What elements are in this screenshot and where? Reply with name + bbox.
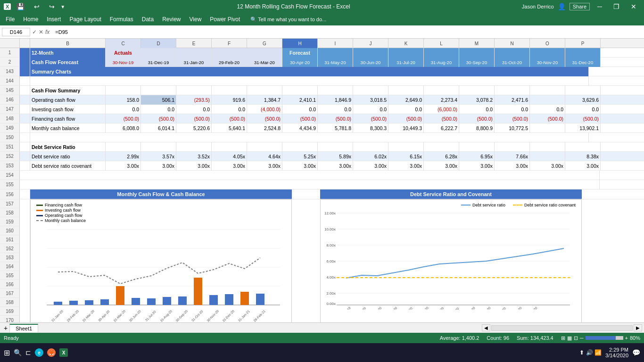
cell-2-g[interactable]: 31-Mar-20 — [247, 58, 282, 67]
cell-152-j[interactable]: 6.02x — [353, 152, 388, 161]
cell-150-b[interactable] — [30, 133, 589, 142]
cell-151-h[interactable] — [282, 142, 318, 152]
page-view-icon[interactable]: ▦ — [567, 335, 572, 341]
cell-145-a[interactable] — [20, 86, 30, 95]
cell-153-l[interactable]: 3.00x — [424, 161, 459, 171]
cell-146-e[interactable]: (293.5) — [176, 95, 212, 105]
cell-147-a[interactable] — [20, 105, 30, 114]
cell-148-k[interactable]: (500.0) — [388, 114, 424, 123]
edge-browser-button[interactable]: e — [35, 348, 43, 357]
cell-1-c[interactable]: Actuals — [106, 48, 141, 58]
cell-1-o[interactable] — [530, 48, 565, 58]
cell-149-a[interactable] — [20, 123, 30, 133]
tell-me-input[interactable]: Tell me what you want to do... — [258, 16, 326, 22]
excel-taskbar-button[interactable]: X — [59, 348, 68, 357]
cell-148-b[interactable]: Financing cash flow — [30, 114, 106, 123]
cell-147-i[interactable]: 0.0 — [318, 105, 353, 114]
cell-152-k[interactable]: 6.15x — [388, 152, 424, 161]
cell-149-c[interactable]: 6,008.0 — [106, 123, 141, 133]
cell-150-a[interactable] — [20, 133, 30, 142]
cell-151-j[interactable] — [353, 142, 388, 152]
cell-145-g[interactable] — [247, 86, 282, 95]
cell-152-c[interactable]: 2.99x — [106, 152, 141, 161]
cell-153-g[interactable]: 3.00x — [247, 161, 282, 171]
cell-153-a[interactable] — [20, 161, 30, 171]
cell-148-p[interactable]: (500.0) — [565, 114, 601, 123]
cell-145-d[interactable] — [141, 86, 176, 95]
cell-145-k[interactable] — [388, 86, 424, 95]
cell-149-i[interactable]: 5,781.8 — [318, 123, 353, 133]
cell-147-b[interactable]: Investing cash flow — [30, 105, 106, 114]
cell-1-n[interactable] — [495, 48, 530, 58]
cell-145-m[interactable] — [459, 86, 495, 95]
cell-151-n[interactable] — [495, 142, 530, 152]
cell-145-f[interactable] — [212, 86, 247, 95]
cell-153-d[interactable]: 3.00x — [141, 161, 176, 171]
cell-151-k[interactable] — [388, 142, 424, 152]
cell-151-a[interactable] — [20, 142, 30, 152]
cell-147-k[interactable]: 0.0 — [388, 105, 424, 114]
cell-1-d[interactable] — [141, 48, 176, 58]
horizontal-scrollbar[interactable]: ◀ ▶ — [482, 324, 642, 331]
cell-149-k[interactable]: 10,449.3 — [388, 123, 424, 133]
cell-147-g[interactable]: (4,000.0) — [247, 105, 282, 114]
add-sheet-button[interactable]: + — [2, 324, 9, 332]
cell-147-o[interactable]: 0.0 — [530, 105, 565, 114]
cell-148-o[interactable]: (500.0) — [530, 114, 565, 123]
cell-147-m[interactable]: 0.0 — [459, 105, 495, 114]
zoom-slider[interactable] — [586, 336, 623, 340]
cell-2-o[interactable]: 30-Nov-20 — [530, 58, 565, 67]
cell-148-j[interactable]: (500.0) — [353, 114, 388, 123]
zoom-out-icon[interactable]: ─ — [580, 335, 584, 341]
cell-149-m[interactable]: 8,800.9 — [459, 123, 495, 133]
cell-153-k[interactable]: 3.00x — [388, 161, 424, 171]
cell-145-p[interactable] — [565, 86, 601, 95]
cell-152-d[interactable]: 3.57x — [141, 152, 176, 161]
restore-button[interactable]: ❐ — [610, 2, 623, 11]
cell-146-j[interactable]: 3,018.5 — [353, 95, 388, 105]
cell-151-g[interactable] — [247, 142, 282, 152]
cell-152-i[interactable]: 5.89x — [318, 152, 353, 161]
cell-145-j[interactable] — [353, 86, 388, 95]
cell-153-e[interactable]: 3.00x — [176, 161, 212, 171]
cell-2-a[interactable] — [20, 58, 30, 67]
cell-2-p[interactable]: 31-Dec-20 — [565, 58, 601, 67]
menu-page-layout[interactable]: Page Layout — [66, 14, 105, 25]
cell-143-a[interactable] — [20, 67, 30, 76]
cell-153-f[interactable]: 3.00x — [212, 161, 247, 171]
cell-149-f[interactable]: 5,640.1 — [212, 123, 247, 133]
cell-152-p[interactable]: 8.38x — [565, 152, 601, 161]
cell-149-b[interactable]: Monthly cash balance — [30, 123, 106, 133]
menu-file[interactable]: File — [2, 14, 18, 25]
cell-2-i[interactable]: 31-May-20 — [318, 58, 353, 67]
normal-view-icon[interactable]: ⊞ — [561, 335, 565, 341]
cell-149-p[interactable]: 13,902.1 — [565, 123, 601, 133]
cell-152-l[interactable]: 6.28x — [424, 152, 459, 161]
cell-2-n[interactable]: 31-Oct-20 — [495, 58, 530, 67]
cell-146-l[interactable]: 2,273.4 — [424, 95, 459, 105]
formula-input[interactable] — [53, 28, 642, 36]
cell-148-i[interactable]: (500.0) — [318, 114, 353, 123]
cell-1-g[interactable] — [247, 48, 282, 58]
cell-148-n[interactable]: (500.0) — [495, 114, 530, 123]
cell-2-d[interactable]: 31-Dec-19 — [141, 58, 176, 67]
cell-146-o[interactable] — [530, 95, 565, 105]
cell-1-i[interactable] — [318, 48, 353, 58]
search-button[interactable]: 🔍 — [14, 349, 22, 356]
cell-148-a[interactable] — [20, 114, 30, 123]
cell-1-b[interactable]: 12-Month — [30, 48, 106, 58]
cell-153-n[interactable]: 3.00x — [495, 161, 530, 171]
cell-152-f[interactable]: 4.05x — [212, 152, 247, 161]
cell-153-j[interactable]: 3.00x — [353, 161, 388, 171]
cell-151-o[interactable] — [530, 142, 565, 152]
menu-formulas[interactable]: Formulas — [106, 14, 137, 25]
notification-icon[interactable]: 💬 — [632, 349, 640, 356]
task-view-button[interactable]: ⊏ — [25, 349, 31, 356]
cell-147-n[interactable]: 0.0 — [495, 105, 530, 114]
zoom-in-icon[interactable]: + — [625, 335, 628, 341]
cell-148-m[interactable]: (500.0) — [459, 114, 495, 123]
cell-145-c[interactable] — [106, 86, 141, 95]
cell-149-n[interactable]: 10,772.5 — [495, 123, 530, 133]
cell-151-b[interactable]: Debt Service Ratio — [30, 142, 106, 152]
cell-1-f[interactable] — [212, 48, 247, 58]
